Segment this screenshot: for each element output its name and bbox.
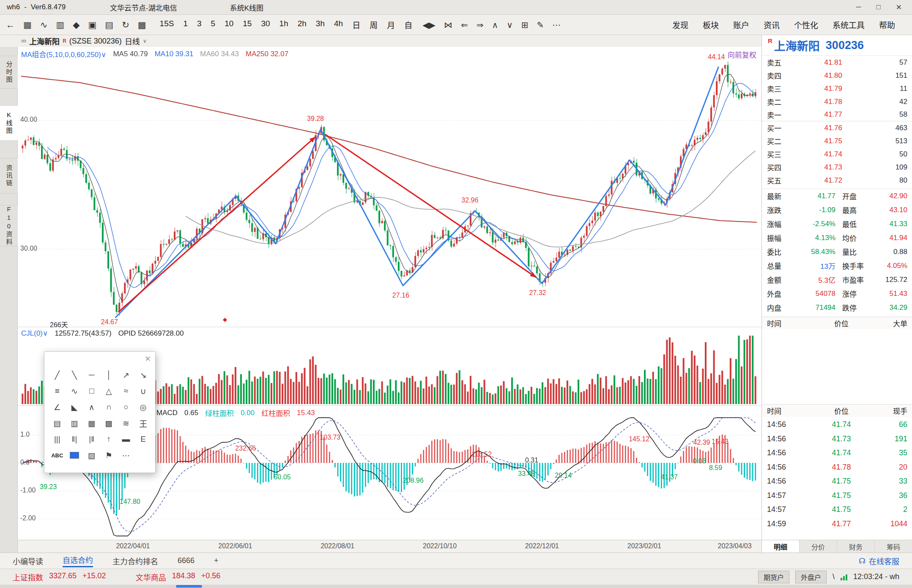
more-icon[interactable]: ⋯ <box>552 20 561 30</box>
period-自[interactable]: 自 <box>401 18 416 32</box>
arc-up-tool[interactable]: ∪ <box>134 383 152 399</box>
jump-right-icon[interactable]: ⇒ <box>477 20 484 30</box>
wedge-tool[interactable]: ◣ <box>66 399 83 415</box>
peak-tool[interactable]: ∧ <box>83 399 100 415</box>
gann-grid-tool[interactable]: ▥ <box>66 415 83 431</box>
order-book-row[interactable]: 买三41.7450 <box>762 148 912 161</box>
trade-row[interactable]: 14:5741.752 <box>762 503 912 517</box>
trade-row[interactable]: 14:5941.771044 <box>762 517 912 531</box>
wenhua-commodity-quote[interactable]: 文华商品 184.38 +0.56 <box>136 572 221 583</box>
menu-sectors[interactable]: 板块 <box>703 19 719 30</box>
save-icon[interactable]: ▤ <box>105 20 113 30</box>
gann-box-tool[interactable]: ▦ <box>83 415 100 431</box>
draw-pen-icon[interactable]: ✎ <box>537 20 544 30</box>
eraser-tool[interactable]: ▨ <box>83 447 100 463</box>
trade-row[interactable]: 14:5641.7435 <box>762 446 912 460</box>
period-selector[interactable]: 日线 <box>125 36 140 46</box>
trade-row[interactable]: 14:5741.7536 <box>762 489 912 503</box>
triangle-tool[interactable]: △ <box>100 383 118 399</box>
order-book-row[interactable]: 卖二41.7842 <box>762 95 912 108</box>
sidebar-tab-timeshare[interactable]: 分时图 <box>0 56 18 89</box>
menu-personalize[interactable]: 个性化 <box>794 19 818 30</box>
order-book-row[interactable]: 卖五41.8157 <box>762 56 912 69</box>
bar-divider-tool[interactable]: |‖ <box>83 431 100 447</box>
order-book-row[interactable]: 卖四41.80151 <box>762 69 912 82</box>
trade-row[interactable]: 14:5641.73191 <box>762 432 912 446</box>
menu-account[interactable]: 账户 <box>733 19 749 30</box>
sidebar-tab-news[interactable]: 资讯链 <box>0 158 18 194</box>
vertical-line-tool[interactable]: │ <box>100 367 118 383</box>
adjust-mode-button[interactable]: 向前复权 <box>728 49 756 60</box>
gann-fan-tool[interactable]: 王 <box>134 415 152 431</box>
text-tool[interactable]: ABC <box>49 447 66 463</box>
period-周[interactable]: 周 <box>366 18 381 32</box>
futures-account-button[interactable]: 期货户 <box>758 571 789 583</box>
timeshare-icon[interactable]: ∿ <box>40 20 48 30</box>
report-icon[interactable]: ▦ <box>23 20 32 30</box>
sidebar-tab-f10[interactable]: F10资料 <box>0 205 18 246</box>
tab-chips[interactable]: 筹码 <box>875 540 912 552</box>
circle-tool[interactable]: ○ <box>118 399 135 415</box>
screenshot-icon[interactable]: ▣ <box>88 20 96 30</box>
replay-icon[interactable]: ⋈ <box>444 20 452 30</box>
menu-help[interactable]: 帮助 <box>879 19 895 30</box>
trade-row[interactable]: 14:5641.7533 <box>762 474 912 489</box>
pointer-tool[interactable]: ↑ <box>100 431 118 447</box>
box-measure-tool[interactable]: ▬ <box>118 431 135 447</box>
segment-line-tool[interactable]: ╱ <box>49 367 66 383</box>
speed-line-tool[interactable]: ||| <box>49 431 66 447</box>
order-book-row[interactable]: 卖一41.7758 <box>762 108 912 121</box>
period-3[interactable]: 3 <box>194 18 205 32</box>
period-3h[interactable]: 3h <box>312 18 328 32</box>
nav-editor-digest[interactable]: 小编导读 <box>13 555 43 566</box>
ma-combo-selector[interactable]: MA组合(5,10,0,0,60,250)∨ <box>21 49 106 59</box>
order-book-row[interactable]: 买四41.73109 <box>762 161 912 174</box>
multi-grid-icon[interactable]: ⊞ <box>521 20 529 30</box>
close-button[interactable]: ✕ <box>896 3 902 12</box>
macd-indicator-selector[interactable]: MACD <box>156 409 178 417</box>
wave-tool[interactable]: ≈ <box>118 383 135 399</box>
order-book-row[interactable]: 买五41.7280 <box>762 174 912 187</box>
rectangle-tool[interactable]: □ <box>83 383 100 399</box>
order-book-row[interactable]: 卖三41.7911 <box>762 82 912 95</box>
chevron-down-icon[interactable]: ∨ <box>143 38 147 44</box>
period-15S[interactable]: 15S <box>156 18 178 32</box>
nav-add-button[interactable]: + <box>214 556 219 565</box>
period-2h[interactable]: 2h <box>294 18 310 32</box>
period-1[interactable]: 1 <box>180 18 191 32</box>
nav-main-ranking[interactable]: 主力合约排名 <box>112 555 158 566</box>
kline-canvas[interactable] <box>18 47 761 327</box>
bottom-scroll-chip[interactable] <box>176 585 202 588</box>
order-book-row[interactable]: 买二41.75513 <box>762 134 912 148</box>
arrow-down-line-tool[interactable]: ↘ <box>134 367 152 383</box>
compress-icon[interactable]: ◆ <box>73 20 79 30</box>
order-book-row[interactable]: 买一41.76463 <box>762 121 912 134</box>
tab-price-distribution[interactable]: 分价 <box>800 540 837 552</box>
grid-tool[interactable]: ▩ <box>100 415 118 431</box>
horizontal-line-tool[interactable]: ─ <box>83 367 100 383</box>
period-4h[interactable]: 4h <box>331 18 346 32</box>
foreign-account-button[interactable]: 外盘户 <box>795 571 827 583</box>
color-swatch[interactable] <box>66 447 83 463</box>
zoom-out-icon[interactable]: ∧ <box>492 20 498 30</box>
angle-tool[interactable]: ∠ <box>49 399 66 415</box>
close-icon[interactable]: ✕ <box>145 354 151 364</box>
wave-count-tool[interactable]: E <box>134 431 152 447</box>
arc-tool[interactable]: ∩ <box>100 399 118 415</box>
period-30[interactable]: 30 <box>257 18 273 32</box>
menu-system-tools[interactable]: 系统工具 <box>833 19 865 30</box>
nav-page-6666[interactable]: 6666 <box>178 556 194 565</box>
minimize-button[interactable]: ─ <box>856 3 861 12</box>
polyline-tool[interactable]: ∿ <box>66 383 83 399</box>
drawing-toolbar[interactable]: ✕ ╱╲─│↗↘≡∿□△≈∪∠◣∧∩○◎▤▥▦▩≋王|||‖||‖↑▬EABC▨… <box>44 351 156 473</box>
ellipse-tool[interactable]: ◎ <box>134 399 152 415</box>
trade-row[interactable]: 14:5641.7466 <box>762 418 912 432</box>
play-step-icon[interactable]: ◀▶ <box>422 20 435 30</box>
channel-tool[interactable]: ≋ <box>118 415 135 431</box>
period-10[interactable]: 10 <box>221 18 237 32</box>
cjl-indicator-selector[interactable]: CJL(0)∨ <box>21 329 48 338</box>
trade-row[interactable]: 14:5641.7820 <box>762 460 912 475</box>
maximize-button[interactable]: □ <box>876 3 880 12</box>
menu-discover[interactable]: 发现 <box>672 19 688 30</box>
trend-line-tool[interactable]: ╲ <box>66 367 83 383</box>
